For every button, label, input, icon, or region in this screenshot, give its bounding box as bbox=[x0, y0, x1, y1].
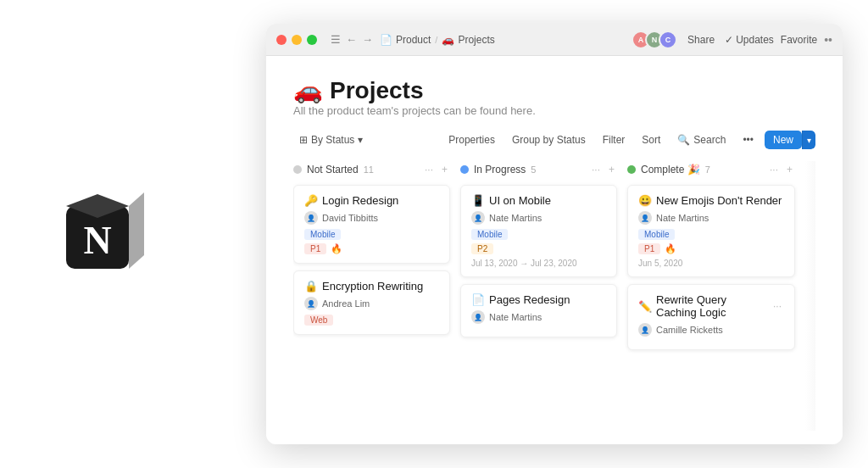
card-emoji-login: 🔑 bbox=[304, 194, 318, 207]
assignee-name-emojis: Nate Martins bbox=[656, 213, 709, 223]
card-pages-redesign[interactable]: 📄 Pages Redesign 👤 Nate Martins bbox=[460, 284, 617, 337]
card-date-emojis: Jun 5, 2020 bbox=[638, 259, 784, 268]
column-label-complete: Complete 🎉 bbox=[641, 164, 700, 176]
traffic-light-red[interactable] bbox=[276, 35, 287, 45]
svg-marker-3 bbox=[129, 192, 144, 269]
sort-button[interactable]: Sort bbox=[636, 131, 666, 148]
more-options-button[interactable]: •• bbox=[824, 33, 832, 47]
breadcrumb-separator: / bbox=[435, 35, 437, 45]
card-tags-encryption: Web bbox=[304, 315, 439, 326]
column-add-complete[interactable]: + bbox=[784, 163, 795, 176]
column-add-not-started[interactable]: + bbox=[439, 163, 450, 176]
back-icon[interactable]: ← bbox=[346, 33, 357, 46]
updates-check-icon: ✓ bbox=[725, 34, 733, 46]
traffic-lights bbox=[276, 35, 317, 45]
view-icon: ⊞ bbox=[299, 134, 308, 146]
tag-p1-login: P1 bbox=[304, 243, 326, 254]
column-more-complete[interactable]: ··· bbox=[767, 163, 781, 176]
status-dot-not-started bbox=[293, 165, 302, 174]
card-title-pages: 📄 Pages Redesign bbox=[471, 293, 606, 306]
column-more-in-progress[interactable]: ··· bbox=[589, 163, 603, 176]
product-label: Product bbox=[396, 34, 431, 46]
view-by-status-button[interactable]: ⊞ By Status ▾ bbox=[293, 131, 369, 148]
card-more-query[interactable]: ··· bbox=[771, 299, 784, 313]
breadcrumb-item-product[interactable]: 📄 Product bbox=[380, 34, 431, 46]
browser-titlebar: ☰ ← → 📄 Product / 🚗 Projects A N C Share bbox=[266, 24, 843, 56]
search-button[interactable]: 🔍 Search bbox=[671, 131, 732, 148]
menu-icon[interactable]: ☰ bbox=[331, 33, 341, 46]
card-title-ui-mobile: 📱 UI on Mobile bbox=[471, 194, 606, 207]
card-emoji-emojis: 😀 bbox=[638, 194, 652, 207]
card-assignee-emojis: 👤 Nate Martins bbox=[638, 211, 784, 225]
share-button[interactable]: Share bbox=[684, 32, 718, 47]
assignee-name-encryption: Andrea Lim bbox=[322, 298, 370, 309]
new-button[interactable]: New bbox=[765, 131, 802, 149]
forward-icon[interactable]: → bbox=[362, 33, 373, 46]
updates-button[interactable]: ✓ Updates bbox=[725, 34, 774, 46]
column-count-in-progress: 5 bbox=[531, 164, 536, 175]
column-complete: Complete 🎉 7 ··· + 😀 New Emojis Don't Re… bbox=[627, 161, 795, 431]
card-assignee-login: 👤 David Tibbitts bbox=[304, 211, 439, 225]
browser-nav-icons: ☰ ← → bbox=[331, 33, 373, 46]
card-emoji-pages: 📄 bbox=[471, 293, 485, 306]
status-dot-in-progress bbox=[460, 165, 469, 174]
page-subtitle: All the product team's projects can be f… bbox=[293, 104, 815, 117]
notion-logo: N bbox=[51, 187, 144, 281]
card-title-encryption: 🔒 Encryption Rewriting bbox=[304, 280, 439, 292]
card-tags-emojis: Mobile bbox=[638, 229, 784, 240]
status-dot-complete bbox=[627, 165, 636, 174]
column-more-not-started[interactable]: ··· bbox=[422, 163, 436, 176]
assignee-avatar-camille: 👤 bbox=[638, 323, 652, 337]
column-header-in-progress: In Progress 5 ··· + bbox=[460, 161, 617, 178]
card-emojis[interactable]: 😀 New Emojis Don't Render 👤 Nate Martins… bbox=[627, 185, 795, 277]
browser-window: ☰ ← → 📄 Product / 🚗 Projects A N C Share bbox=[266, 24, 843, 444]
card-ui-mobile[interactable]: 📱 UI on Mobile 👤 Nate Martins Mobile P2 … bbox=[460, 185, 617, 277]
card-encryption[interactable]: 🔒 Encryption Rewriting 👤 Andrea Lim Web bbox=[293, 270, 450, 335]
column-label-in-progress: In Progress bbox=[474, 164, 526, 176]
tag-mobile-emojis: Mobile bbox=[638, 229, 675, 240]
more-toolbar-button[interactable]: ••• bbox=[737, 131, 760, 148]
card-emoji-encryption: 🔒 bbox=[304, 280, 318, 292]
card-title-query: ✏️ Rewrite Query Caching Logic ··· bbox=[638, 293, 784, 319]
tag-mobile-login: Mobile bbox=[304, 229, 341, 240]
breadcrumb: 📄 Product / 🚗 Projects bbox=[380, 34, 625, 46]
card-assignee-encryption: 👤 Andrea Lim bbox=[304, 297, 439, 310]
group-by-button[interactable]: Group by Status bbox=[506, 131, 592, 148]
properties-button[interactable]: Properties bbox=[442, 131, 501, 148]
card-assignee-ui: 👤 Nate Martins bbox=[471, 211, 606, 225]
avatar-3: C bbox=[659, 31, 677, 49]
search-label: Search bbox=[693, 134, 726, 146]
card-login-redesign[interactable]: 🔑 Login Redesign 👤 David Tibbitts Mobile… bbox=[293, 185, 450, 264]
column-count-complete: 7 bbox=[705, 164, 710, 175]
database-toolbar: ⊞ By Status ▾ Properties Group by Status… bbox=[293, 131, 815, 149]
updates-label: Updates bbox=[736, 34, 774, 46]
toolbar-right: Properties Group by Status Filter Sort 🔍… bbox=[442, 131, 815, 149]
overflow-indicator bbox=[805, 161, 815, 431]
favorite-button[interactable]: Favorite bbox=[781, 34, 817, 46]
browser-actions: A N C Share ✓ Updates Favorite •• bbox=[632, 31, 832, 49]
column-in-progress: In Progress 5 ··· + 📱 UI on Mobile 👤 bbox=[460, 161, 617, 431]
traffic-light-green[interactable] bbox=[307, 35, 317, 45]
card-query-caching[interactable]: ✏️ Rewrite Query Caching Logic ··· 👤 Cam… bbox=[627, 284, 795, 350]
breadcrumb-item-projects[interactable]: 🚗 Projects bbox=[442, 34, 494, 46]
fire-icon-emojis: 🔥 bbox=[665, 243, 676, 254]
column-add-in-progress[interactable]: + bbox=[606, 163, 617, 176]
assignee-name-pages: Nate Martins bbox=[489, 312, 542, 322]
column-header-not-started: Not Started 11 ··· + bbox=[293, 161, 450, 178]
product-page-icon: 📄 bbox=[380, 34, 392, 46]
projects-label: Projects bbox=[458, 34, 494, 46]
page-title-text: Projects bbox=[330, 77, 424, 104]
traffic-light-yellow[interactable] bbox=[292, 35, 302, 45]
card-title-login-redesign: 🔑 Login Redesign bbox=[304, 194, 439, 207]
assignee-name-login: David Tibbitts bbox=[322, 213, 378, 223]
avatar-group: A N C bbox=[632, 31, 677, 49]
filter-button[interactable]: Filter bbox=[597, 131, 632, 148]
card-tags-login: Mobile bbox=[304, 229, 439, 240]
card-tags-ui: Mobile bbox=[471, 229, 606, 240]
page-title: 🚗 Projects bbox=[293, 76, 815, 104]
column-actions-complete: ··· + bbox=[767, 163, 795, 176]
card-title-emojis: 😀 New Emojis Don't Render bbox=[638, 194, 784, 207]
new-button-dropdown[interactable]: ▾ bbox=[802, 131, 815, 149]
card-priority-login: P1 🔥 bbox=[304, 243, 439, 254]
page-title-emoji: 🚗 bbox=[293, 76, 323, 104]
